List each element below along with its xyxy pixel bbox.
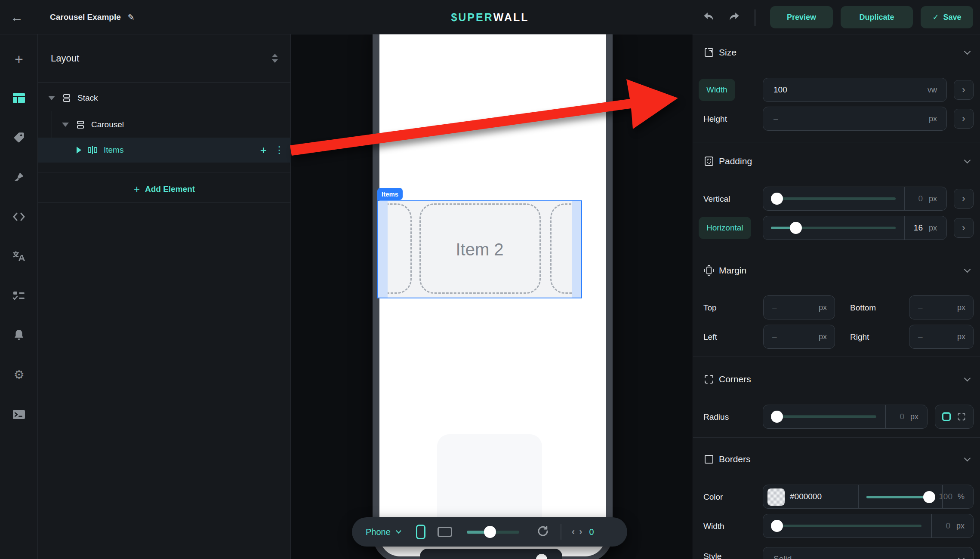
color-swatch[interactable] [767, 488, 785, 506]
duplicate-button[interactable]: Duplicate [841, 6, 913, 28]
size-section-header[interactable]: Size [693, 43, 980, 62]
zoom-slider-thumb[interactable] [484, 526, 496, 538]
stack-icon [76, 120, 85, 129]
code-tab-icon[interactable] [0, 205, 38, 229]
padding-horizontal-slider[interactable] [771, 222, 896, 234]
margin-top-label: Top [703, 303, 717, 313]
uniform-radius-icon[interactable] [942, 412, 951, 421]
code-view-icon[interactable]: ‹ › [572, 526, 583, 538]
radius-value: 0 [900, 412, 904, 421]
margin-left-placeholder: – [772, 332, 777, 341]
topbar: $UPERWALL ← Carousel Example ✎ Preview D… [0, 0, 980, 34]
borders-icon [703, 454, 715, 465]
margin-top-input[interactable]: – px [763, 295, 835, 319]
padding-horizontal-control[interactable]: 16 px [763, 216, 947, 240]
control-divider [942, 485, 943, 508]
margin-section-title: Margin [719, 265, 746, 276]
padding-horizontal-detail-button[interactable]: › [954, 218, 974, 238]
selection-badge: Items [377, 188, 403, 200]
chevron-down-icon [958, 555, 965, 559]
add-icon[interactable]: + [0, 47, 38, 71]
preview-toolbar: Phone ‹ › 0 [352, 517, 627, 547]
margin-top-unit: px [819, 303, 827, 312]
sort-icon[interactable] [272, 54, 278, 63]
section-divider [693, 437, 980, 438]
height-unit: px [929, 114, 937, 123]
border-width-control[interactable]: 0 px [763, 514, 974, 538]
carousel-selection[interactable]: Item 2 [377, 200, 582, 298]
horizontal-label-pill[interactable]: Horizontal [699, 217, 751, 239]
tree-row-stack[interactable]: Stack [38, 86, 291, 111]
height-input[interactable]: – px [763, 107, 947, 131]
chevron-down-icon[interactable] [964, 375, 971, 382]
chevron-down-icon[interactable] [964, 48, 971, 55]
padding-section-header[interactable]: Padding [693, 152, 980, 171]
add-element-label: Add Element [145, 184, 195, 194]
width-label-pill[interactable]: Width [699, 79, 735, 101]
margin-right-label: Right [850, 332, 869, 342]
zoom-slider[interactable] [467, 526, 519, 538]
portrait-orientation-icon[interactable] [416, 525, 425, 539]
back-button[interactable]: ← [7, 8, 27, 27]
icon-rail: + ⚙ [0, 34, 38, 559]
landscape-orientation-icon[interactable] [438, 527, 452, 537]
chevron-down-icon[interactable] [964, 266, 971, 273]
border-style-select[interactable]: Solid [763, 547, 974, 559]
selection-badge-label: Items [382, 190, 398, 198]
document-title-group: Carousel Example ✎ [50, 0, 135, 34]
tree-row-carousel[interactable]: Carousel [38, 112, 291, 137]
tree-row-items[interactable]: Items + ⋮ [38, 138, 291, 163]
padding-vertical-detail-button[interactable]: › [954, 189, 974, 209]
add-element-button[interactable]: + Add Element [38, 176, 291, 202]
margin-bottom-input[interactable]: – px [909, 295, 974, 319]
border-opacity-slider[interactable] [866, 491, 935, 503]
undo-button[interactable] [699, 7, 718, 27]
padding-vertical-control[interactable]: 0 px [763, 187, 947, 211]
height-detail-button[interactable]: › [954, 109, 974, 129]
caret-right-icon[interactable] [77, 147, 81, 154]
kebab-menu-icon[interactable]: ⋮ [274, 144, 284, 156]
device-select[interactable]: Phone [366, 527, 401, 537]
border-width-slider[interactable] [771, 520, 921, 532]
gear-icon[interactable]: ⚙ [0, 363, 38, 387]
border-opacity-value: 100 [939, 492, 952, 501]
border-color-control[interactable]: #000000 100 % [763, 485, 974, 509]
margin-left-input[interactable]: – px [763, 325, 835, 349]
padding-vertical-slider[interactable] [771, 193, 896, 205]
borders-section-header[interactable]: Borders [693, 450, 980, 469]
margin-left-unit: px [819, 332, 827, 341]
layout-tab-icon[interactable] [0, 86, 38, 110]
radius-control[interactable]: 0 px [763, 405, 928, 429]
superwall-editor: Items Item 2 Phone [0, 0, 980, 559]
terminal-icon[interactable] [0, 402, 38, 427]
margin-right-input[interactable]: – px [909, 325, 974, 349]
chevron-down-icon [396, 528, 401, 534]
corners-section-header[interactable]: Corners [693, 370, 980, 389]
section-divider [693, 250, 980, 250]
logo-rest: WALL [493, 11, 529, 24]
chevron-down-icon[interactable] [964, 157, 971, 164]
caret-down-icon[interactable] [62, 123, 69, 127]
redo-button[interactable] [724, 7, 744, 27]
section-divider [693, 356, 980, 356]
bell-icon[interactable] [0, 323, 38, 347]
save-button[interactable]: ✓ Save [921, 6, 973, 28]
radius-slider[interactable] [771, 411, 876, 423]
checklist-icon[interactable] [0, 284, 38, 308]
per-corner-radius-icon[interactable] [957, 412, 966, 421]
refresh-icon[interactable] [536, 525, 549, 539]
width-input[interactable]: 100 vw [763, 78, 947, 102]
width-detail-button[interactable]: › [954, 80, 974, 100]
width-value: 100 [774, 85, 787, 95]
chevron-down-icon[interactable] [964, 455, 971, 462]
edit-title-icon[interactable]: ✎ [128, 12, 135, 22]
margin-section-header[interactable]: Margin [693, 261, 980, 280]
add-child-icon[interactable]: + [260, 144, 267, 157]
translate-icon[interactable] [0, 244, 38, 268]
size-section-title: Size [719, 47, 737, 58]
caret-down-icon[interactable] [48, 96, 55, 100]
tag-icon[interactable] [0, 126, 38, 150]
preview-button[interactable]: Preview [770, 6, 833, 28]
brush-icon[interactable] [0, 165, 38, 189]
corner-mode-toggle [935, 405, 974, 429]
